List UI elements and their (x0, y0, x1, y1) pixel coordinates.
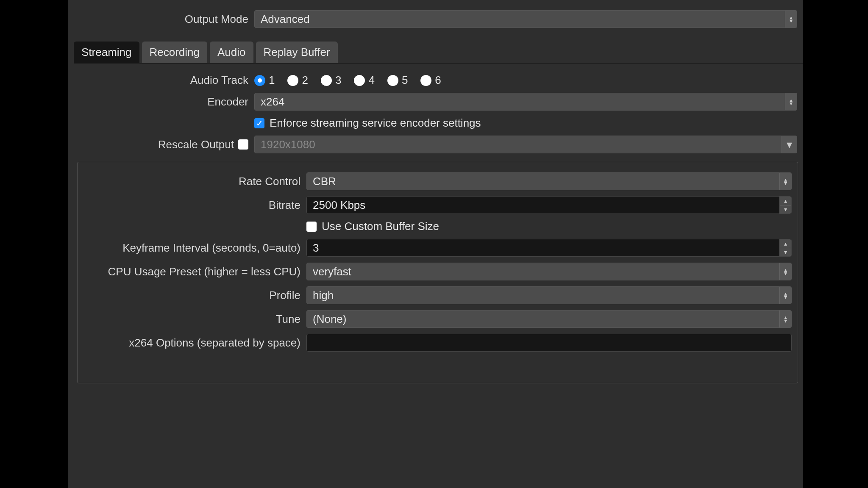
keyframe-value: 3 (313, 241, 319, 255)
audio-track-3[interactable]: 3 (321, 74, 341, 87)
settings-panel: Output Mode Advanced ▴▾ Streaming Record… (68, 0, 803, 488)
stepper-icon: ▴▾ (785, 11, 797, 28)
tune-label: Tune (78, 313, 306, 326)
keyframe-label: Keyframe Interval (seconds, 0=auto) (78, 241, 306, 255)
cpu-preset-value: veryfast (313, 265, 351, 278)
output-mode-value: Advanced (261, 13, 310, 26)
rate-control-select[interactable]: CBR ▴▾ (306, 172, 792, 190)
encoder-value: x264 (261, 95, 284, 108)
stepper-icon: ▴▾ (779, 287, 791, 304)
encoder-select[interactable]: x264 ▴▾ (254, 93, 797, 111)
output-mode-label: Output Mode (68, 13, 254, 26)
tab-streaming[interactable]: Streaming (74, 42, 139, 63)
rescale-label: Rescale Output (158, 138, 234, 151)
radio-icon (354, 75, 365, 86)
profile-value: high (313, 289, 334, 302)
enforce-label: Enforce streaming service encoder settin… (270, 116, 481, 130)
audio-track-5[interactable]: 5 (387, 74, 408, 87)
rescale-checkbox[interactable] (238, 139, 248, 150)
x264-opts-input[interactable] (306, 334, 792, 352)
bitrate-value: 2500 Kbps (313, 199, 365, 212)
audio-track-1[interactable]: 1 (254, 74, 275, 87)
bitrate-input[interactable]: 2500 Kbps ▴▾ (306, 196, 792, 214)
rate-control-label: Rate Control (78, 175, 306, 188)
enforce-checkbox[interactable]: ✓ (254, 118, 264, 128)
output-mode-select[interactable]: Advanced ▴▾ (254, 10, 797, 28)
cpu-preset-select[interactable]: veryfast ▴▾ (306, 263, 792, 280)
tab-audio[interactable]: Audio (210, 42, 253, 63)
chevron-down-icon: ▾ (782, 136, 797, 153)
radio-icon (254, 75, 265, 86)
rescale-value: 1920x1080 (261, 138, 315, 151)
output-tabs: Streaming Recording Audio Replay Buffer (74, 42, 803, 64)
rate-control-value: CBR (313, 175, 336, 188)
encoder-label: Encoder (68, 95, 254, 108)
bitrate-label: Bitrate (78, 199, 306, 212)
tab-replay-buffer[interactable]: Replay Buffer (256, 42, 338, 63)
rescale-select[interactable]: 1920x1080 ▾ (254, 136, 797, 153)
audio-track-2[interactable]: 2 (287, 74, 308, 87)
radio-icon (321, 75, 332, 86)
audio-track-6[interactable]: 6 (420, 74, 441, 87)
stepper-icon: ▴▾ (779, 311, 791, 327)
tab-recording[interactable]: Recording (142, 42, 208, 63)
profile-label: Profile (78, 289, 306, 302)
radio-icon (420, 75, 431, 86)
encoder-settings-group: Rate Control CBR ▴▾ Bitrate 2500 Kbps ▴▾ (77, 162, 798, 383)
radio-icon (287, 75, 298, 86)
custom-buffer-label: Use Custom Buffer Size (322, 220, 439, 233)
audio-track-4[interactable]: 4 (354, 74, 374, 87)
audio-track-radios: 1 2 3 4 5 6 (254, 74, 441, 87)
custom-buffer-checkbox[interactable] (306, 222, 317, 232)
radio-icon (387, 75, 398, 86)
spinner-icon[interactable]: ▴▾ (779, 239, 791, 256)
audio-track-label: Audio Track (68, 74, 254, 87)
x264-opts-label: x264 Options (separated by space) (78, 336, 306, 349)
keyframe-input[interactable]: 3 ▴▾ (306, 239, 792, 257)
stepper-icon: ▴▾ (779, 173, 791, 190)
stepper-icon: ▴▾ (779, 263, 791, 280)
stepper-icon: ▴▾ (785, 93, 797, 110)
spinner-icon[interactable]: ▴▾ (779, 197, 791, 214)
cpu-preset-label: CPU Usage Preset (higher = less CPU) (78, 265, 306, 278)
profile-select[interactable]: high ▴▾ (306, 286, 792, 304)
tune-select[interactable]: (None) ▴▾ (306, 310, 792, 328)
tune-value: (None) (313, 313, 346, 326)
